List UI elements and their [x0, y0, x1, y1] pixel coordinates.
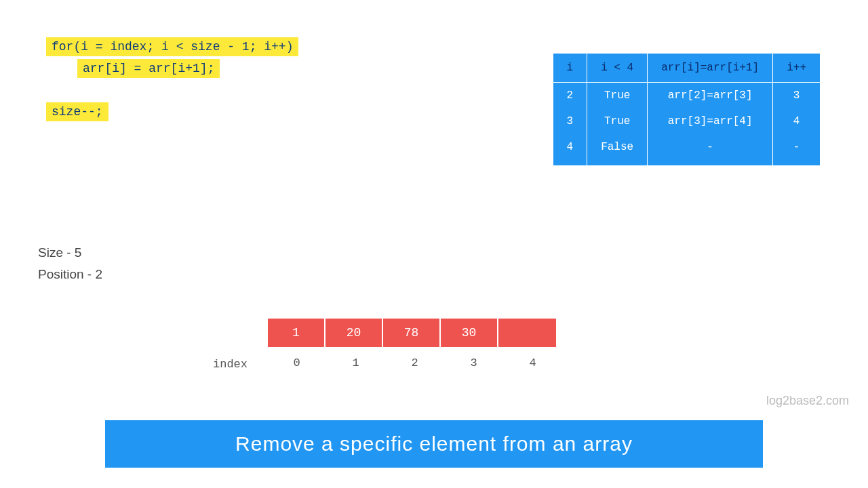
trace-cell: False: [587, 134, 648, 165]
trace-cell: 4: [773, 108, 821, 134]
code-line-size: size--;: [46, 102, 108, 121]
trace-row: 4 False - -: [553, 134, 820, 165]
array-cell: [498, 319, 556, 347]
trace-header: i: [553, 54, 587, 83]
code-line-for: for(i = index; i < size - 1; i++): [46, 37, 298, 56]
array-cells: 1 20 78 30: [268, 319, 561, 347]
array-index: 4: [504, 357, 561, 369]
array-indices: 0 1 2 3 4: [268, 357, 561, 369]
trace-table: i i < 4 arr[i]=arr[i+1] i++ 2 True arr[2…: [553, 53, 821, 165]
array-cell: 20: [326, 319, 383, 347]
trace-cell: 2: [553, 83, 587, 109]
trace-header-row: i i < 4 arr[i]=arr[i+1] i++: [553, 54, 820, 83]
array-index: 0: [268, 357, 326, 369]
trace-row: 3 True arr[3]=arr[4] 4: [553, 108, 820, 134]
trace-cell: 3: [773, 83, 821, 109]
array-cell: 1: [268, 319, 326, 347]
array-index: 2: [386, 357, 443, 369]
trace-cell: -: [773, 134, 821, 165]
trace-cell: True: [587, 108, 648, 134]
trace-cell: True: [587, 83, 648, 109]
trace-cell: arr[2]=arr[3]: [648, 83, 773, 109]
trace-cell: arr[3]=arr[4]: [648, 108, 773, 134]
trace-row: 2 True arr[2]=arr[3] 3: [553, 83, 820, 109]
trace-header: i++: [773, 54, 821, 83]
trace-cell: 3: [553, 108, 587, 134]
code-block: for(i = index; i < size - 1; i++) arr[i]…: [46, 37, 298, 124]
array-index: 3: [445, 357, 502, 369]
trace-cell: -: [648, 134, 773, 165]
trace-cell: 4: [553, 134, 587, 165]
watermark: log2base2.com: [766, 394, 849, 408]
code-line-body: arr[i] = arr[i+1];: [77, 59, 220, 78]
array-visual: index 1 20 78 30 0 1 2 3 4: [268, 319, 561, 369]
trace-header: arr[i]=arr[i+1]: [648, 54, 773, 83]
info-position: Position - 2: [38, 267, 102, 282]
array-cell: 78: [383, 319, 441, 347]
info-size: Size - 5: [38, 245, 102, 260]
array-cell: 30: [441, 319, 498, 347]
title-banner: Remove a specific element from an array: [105, 420, 763, 468]
array-index: 1: [327, 357, 384, 369]
index-label: index: [213, 358, 248, 371]
info-block: Size - 5 Position - 2: [38, 245, 102, 289]
trace-header: i < 4: [587, 54, 648, 83]
